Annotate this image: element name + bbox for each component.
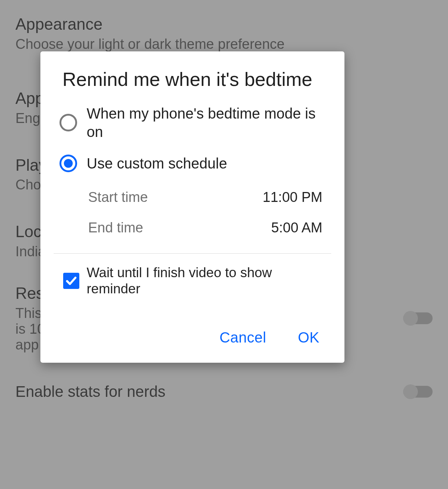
start-time-label: Start time <box>88 189 148 205</box>
check-icon <box>65 275 77 287</box>
dialog-title: Remind me when it's bedtime <box>40 68 344 98</box>
end-time-row[interactable]: End time 5:00 AM <box>88 213 322 243</box>
ok-button[interactable]: OK <box>298 329 319 346</box>
checkbox-label: Wait until I finish video to show remind… <box>87 265 325 297</box>
radio-icon-selected <box>59 155 77 172</box>
radio-option-phone-bedtime[interactable]: When my phone's bedtime mode is on <box>40 98 344 148</box>
start-time-row[interactable]: Start time 11:00 PM <box>88 182 322 213</box>
radio-icon-unselected <box>59 114 77 131</box>
end-time-value: 5:00 AM <box>271 220 322 236</box>
end-time-label: End time <box>88 220 143 236</box>
radio-label: Use custom schedule <box>87 154 227 173</box>
wait-until-finish-checkbox-row[interactable]: Wait until I finish video to show remind… <box>40 254 344 297</box>
radio-label: When my phone's bedtime mode is on <box>87 104 322 141</box>
checkbox-checked-icon <box>63 273 79 289</box>
start-time-value: 11:00 PM <box>263 189 322 205</box>
cancel-button[interactable]: Cancel <box>220 329 267 346</box>
custom-schedule-block: Start time 11:00 PM End time 5:00 AM <box>40 179 344 253</box>
radio-option-custom-schedule[interactable]: Use custom schedule <box>40 148 344 179</box>
bedtime-reminder-dialog: Remind me when it's bedtime When my phon… <box>40 51 344 363</box>
dialog-actions: Cancel OK <box>220 329 319 346</box>
